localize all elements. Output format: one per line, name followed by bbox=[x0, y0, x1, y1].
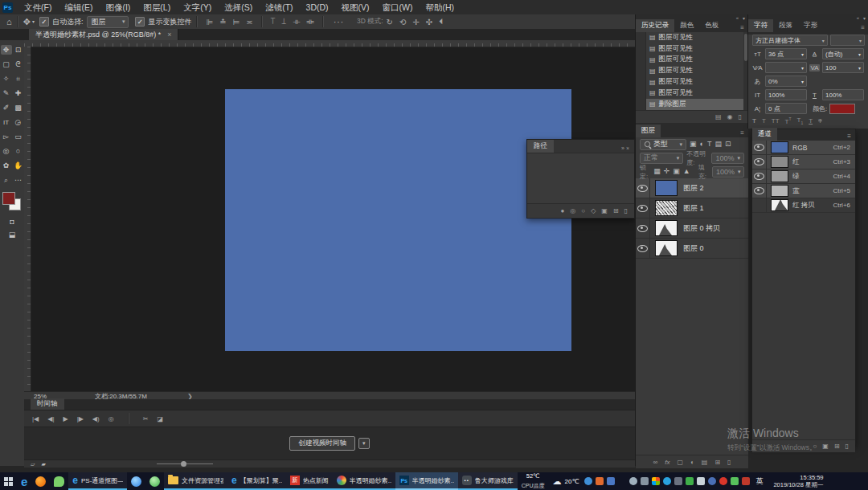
lock-all-icon[interactable]: ▲ bbox=[683, 168, 690, 175]
filter-type-icon[interactable]: T bbox=[707, 141, 712, 148]
tray-volume-icon[interactable] bbox=[629, 477, 637, 485]
artwork-image[interactable] bbox=[225, 89, 571, 351]
taskbar-window-juhuasuan[interactable]: e 【聚划算】聚... bbox=[227, 472, 286, 490]
tray-icon-2[interactable] bbox=[596, 477, 604, 485]
history-item[interactable]: ▤图层可见性 bbox=[636, 55, 748, 66]
layer-row[interactable]: 图层 2 bbox=[636, 178, 748, 198]
tray-icon-11[interactable] bbox=[742, 477, 750, 485]
play-icon[interactable]: ▶ bbox=[63, 415, 68, 423]
add-mask-icon[interactable]: ▣ bbox=[601, 207, 608, 214]
history-source-box[interactable] bbox=[636, 76, 646, 88]
timeline-mode-dropdown[interactable]: ▾ bbox=[358, 438, 370, 449]
create-video-timeline-button[interactable]: 创建视频时间轴 bbox=[289, 436, 355, 451]
tray-icon-10[interactable] bbox=[731, 477, 739, 485]
filter-shape-icon[interactable]: ▤ bbox=[714, 141, 722, 148]
history-source-box[interactable] bbox=[636, 43, 646, 55]
channel-row[interactable]: 绿 Ctrl+4 bbox=[752, 169, 855, 184]
eyedropper-tool[interactable]: ✎ bbox=[1, 88, 12, 98]
panel-menu-icon[interactable]: ≡ bbox=[736, 24, 748, 32]
history-source-box[interactable] bbox=[636, 32, 646, 43]
save-selection-icon[interactable]: ▣ bbox=[822, 443, 829, 450]
timeline-zoom-slider[interactable] bbox=[157, 463, 213, 464]
home-icon[interactable]: ⌂ bbox=[6, 18, 12, 27]
opacity-field[interactable]: 100%▾ bbox=[711, 153, 744, 164]
distribute-right-icon[interactable]: ⟚ bbox=[307, 17, 314, 27]
more-options-icon[interactable]: ··· bbox=[334, 18, 344, 27]
delete-channel-icon[interactable]: ▯ bbox=[845, 443, 849, 450]
new-layer-icon[interactable]: ⊞ bbox=[714, 459, 720, 466]
visibility-toggle[interactable] bbox=[752, 198, 767, 212]
quick-mask-icon[interactable]: ◘ bbox=[6, 217, 18, 227]
channel-row[interactable]: 蓝 Ctrl+5 bbox=[752, 184, 855, 198]
timeline-settings-icon[interactable]: ◎ bbox=[108, 415, 114, 423]
canvas-area[interactable]: 路径 »× ● ◎ ○ ◇ ▣ ⊞ ▯ bbox=[24, 40, 635, 391]
move-tool[interactable]: ✥ bbox=[1, 45, 12, 55]
tab-history[interactable]: 历史记录 bbox=[636, 19, 674, 32]
distribute-center-icon[interactable]: ⟘ bbox=[282, 17, 287, 27]
delete-path-icon[interactable]: ▯ bbox=[624, 207, 628, 214]
blend-mode-dropdown[interactable]: 正常▾ bbox=[640, 153, 683, 164]
lock-position-icon[interactable]: ▣ bbox=[673, 168, 680, 175]
panel-menu-icon[interactable]: ▾ bbox=[863, 15, 866, 21]
distribute-left-icon[interactable]: ⟙ bbox=[271, 17, 276, 27]
menu-select[interactable]: 选择(S) bbox=[218, 0, 259, 14]
3d-pan-icon[interactable]: ✛ bbox=[412, 18, 419, 27]
menu-3d[interactable]: 3D(D) bbox=[300, 0, 335, 14]
cpu-temp-widget[interactable]: 52℃ CPU温度 bbox=[518, 472, 549, 490]
tab-glyphs[interactable]: 字形 bbox=[798, 19, 823, 32]
prop-spacing-field[interactable]: 0%▾ bbox=[765, 76, 807, 87]
filter-adjustment-icon[interactable]: ◐ bbox=[700, 141, 704, 148]
make-work-path-icon[interactable]: ◇ bbox=[591, 207, 596, 214]
type-tool[interactable]: IT bbox=[1, 117, 12, 127]
3d-roll-icon[interactable]: ⟲ bbox=[399, 18, 406, 27]
vertical-scale-field[interactable]: 100% bbox=[765, 89, 807, 100]
close-icon[interactable]: × bbox=[167, 31, 171, 39]
history-source-box[interactable] bbox=[636, 88, 646, 99]
tab-swatches[interactable]: 色板 bbox=[699, 19, 724, 32]
align-center-h-icon[interactable]: ≛ bbox=[219, 18, 226, 27]
taskbar-wechat[interactable] bbox=[50, 472, 68, 490]
panel-menu-icon[interactable]: ▾ bbox=[743, 15, 745, 21]
delete-state-icon[interactable]: ▯ bbox=[739, 113, 742, 120]
menu-type[interactable]: 文字(Y) bbox=[177, 0, 218, 14]
healing-brush-tool[interactable]: ✚ bbox=[13, 88, 24, 98]
tab-color[interactable]: 颜色 bbox=[674, 19, 699, 32]
tray-icon-9[interactable] bbox=[719, 477, 727, 485]
gradient-tool[interactable]: ▩ bbox=[13, 103, 24, 112]
transition-icon[interactable]: ◪ bbox=[157, 415, 163, 423]
chevron-down-icon[interactable]: ▾ bbox=[32, 19, 35, 24]
visibility-toggle[interactable] bbox=[752, 155, 767, 169]
layer-row[interactable]: 图层 1 bbox=[636, 198, 748, 218]
quick-selection-tool[interactable]: ✧ bbox=[1, 74, 12, 84]
channel-row[interactable]: RGB Ctrl+2 bbox=[752, 141, 855, 155]
leading-field[interactable]: (自动)▾ bbox=[822, 48, 864, 59]
3d-scale-icon[interactable]: ⏴ bbox=[439, 17, 443, 27]
new-channel-icon[interactable]: ⊞ bbox=[834, 443, 840, 450]
layer-thumbnail[interactable] bbox=[655, 200, 678, 216]
lock-transparent-icon[interactable]: ▦ bbox=[653, 168, 661, 175]
font-size-field[interactable]: 36 点▾ bbox=[765, 48, 807, 59]
tab-layers[interactable]: 图层 bbox=[636, 125, 661, 137]
history-item-selected[interactable]: ▤删除图层 bbox=[636, 99, 748, 110]
menu-file[interactable]: 文件(F) bbox=[18, 0, 58, 14]
panel-menu-icon[interactable]: ≡ bbox=[857, 24, 868, 32]
lasso-tool[interactable]: ᘓ bbox=[13, 59, 24, 69]
tray-icon-6[interactable] bbox=[674, 477, 682, 485]
menu-layer[interactable]: 图层(L) bbox=[137, 0, 177, 14]
taskbar-quark[interactable] bbox=[127, 472, 145, 490]
panel-menu-icon[interactable]: ≡ bbox=[843, 133, 855, 141]
adjustment-layer-icon[interactable]: ◐ bbox=[690, 459, 694, 466]
more-tools-icon[interactable]: ⋯ bbox=[13, 175, 24, 185]
layer-row[interactable]: 图层 0 bbox=[636, 239, 748, 259]
3d-slide-icon[interactable]: ✣ bbox=[426, 18, 432, 27]
channel-row[interactable]: 红 Ctrl+3 bbox=[752, 155, 855, 169]
split-clip-icon[interactable]: ✂ bbox=[143, 415, 149, 423]
3d-material-tool[interactable]: ◶ bbox=[13, 117, 24, 127]
tray-icon-4[interactable] bbox=[641, 477, 649, 485]
tray-icon-1[interactable] bbox=[584, 477, 592, 485]
baseline-field[interactable]: 0 点 bbox=[765, 103, 807, 114]
horizontal-scale-field[interactable]: 100% bbox=[822, 89, 864, 100]
history-source-box[interactable] bbox=[636, 99, 646, 110]
font-style-dropdown[interactable]: ▾ bbox=[830, 35, 865, 46]
taskbar-window-photoshop[interactable]: Ps 半透明婚纱素... bbox=[395, 472, 458, 490]
